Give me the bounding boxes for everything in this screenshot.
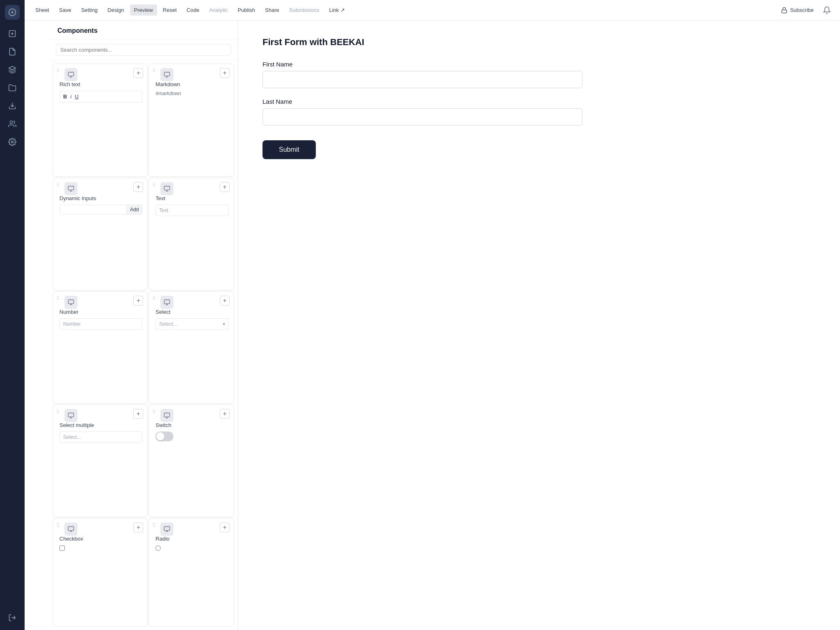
search-input[interactable] (56, 44, 231, 56)
sidebar-item-download[interactable] (5, 98, 20, 113)
component-card-radio[interactable]: ⠿ + Radio (148, 518, 234, 627)
top-nav: Sheet Save Setting Design Preview Reset … (25, 0, 840, 21)
checkbox-preview (59, 545, 142, 552)
switch-preview (155, 431, 229, 441)
radio-input[interactable] (155, 546, 161, 551)
main-layout: Components ⠿ + Rich text B i U ⠿ (49, 21, 840, 630)
add-radio-button[interactable]: + (220, 523, 230, 532)
add-dynamic-button[interactable]: + (133, 182, 143, 192)
last-name-input[interactable] (262, 108, 582, 126)
sidebar-item-logout[interactable] (5, 610, 20, 625)
add-select-button[interactable]: + (220, 296, 230, 306)
chevron-down-icon: ▾ (223, 321, 225, 327)
dynamic-preview-input (60, 205, 126, 214)
svg-rect-13 (164, 72, 170, 76)
nav-publish[interactable]: Publish (233, 5, 259, 16)
radio-preview (155, 545, 229, 552)
icon-bar (0, 0, 25, 630)
sidebar-item-folder[interactable] (5, 80, 20, 95)
components-grid: ⠿ + Rich text B i U ⠿ + Markdown (49, 60, 237, 630)
component-card-dynamic-inputs[interactable]: ⠿ + Dynamic Inputs Add (52, 178, 148, 290)
dynamic-inputs-label: Dynamic Inputs (59, 195, 142, 201)
checkbox-label: Checkbox (59, 536, 142, 542)
sidebar-item-file[interactable] (5, 44, 20, 59)
add-number-button[interactable]: + (133, 296, 143, 306)
add-rich-text-button[interactable]: + (133, 68, 143, 78)
submit-button[interactable]: Submit (262, 140, 316, 159)
rich-text-preview: B i U (59, 91, 142, 103)
radio-label: Radio (155, 536, 229, 542)
add-text-button[interactable]: + (220, 182, 230, 192)
nav-reset[interactable]: Reset (159, 5, 181, 16)
add-select-multiple-button[interactable]: + (133, 409, 143, 419)
add-checkbox-button[interactable]: + (133, 523, 143, 532)
subscribe-button[interactable]: Subscribe (776, 5, 819, 16)
drag-handle: ⠿ (152, 409, 156, 415)
switch-toggle[interactable] (155, 431, 173, 441)
drag-handle: ⠿ (56, 523, 60, 528)
component-card-switch[interactable]: ⠿ + Switch (148, 404, 234, 517)
sidebar-item-users[interactable] (5, 116, 20, 131)
nav-setting[interactable]: Setting (77, 5, 102, 16)
nav-link[interactable]: Link ↗ (325, 5, 349, 16)
svg-rect-34 (68, 527, 73, 530)
nav-analytic[interactable]: Analytic (205, 5, 232, 16)
nav-share[interactable]: Share (261, 5, 283, 16)
drag-handle: ⠿ (152, 182, 156, 188)
svg-point-6 (10, 121, 13, 124)
bold-btn[interactable]: B (63, 94, 67, 100)
checkbox-input[interactable] (59, 546, 65, 551)
form-preview-area: First Form with BEEKAI First Name Last N… (238, 21, 840, 630)
svg-rect-16 (68, 186, 73, 190)
nav-submissions[interactable]: Submissions (285, 5, 324, 16)
select-multiple-preview: Select... (59, 431, 142, 443)
first-name-input[interactable] (262, 71, 582, 88)
select-label: Select (155, 309, 229, 315)
checkbox-icon (64, 523, 78, 536)
svg-rect-25 (164, 300, 170, 304)
sidebar-item-add[interactable] (5, 26, 20, 41)
drag-handle: ⠿ (152, 68, 156, 74)
first-name-label: First Name (262, 61, 815, 68)
component-card-number[interactable]: ⠿ + Number Number (52, 291, 148, 404)
select-placeholder: Select... (159, 321, 177, 327)
app-logo[interactable] (5, 5, 20, 20)
sidebar-item-settings[interactable] (5, 135, 20, 149)
rich-text-label: Rich text (59, 81, 142, 87)
drag-handle: ⠿ (56, 296, 60, 301)
dynamic-inputs-icon (64, 182, 78, 195)
underline-btn[interactable]: U (75, 94, 78, 100)
nav-preview[interactable]: Preview (130, 5, 157, 16)
markdown-label: Markdown (155, 81, 229, 87)
markdown-preview: #markdown (155, 91, 229, 96)
drag-handle: ⠿ (56, 409, 60, 415)
component-card-text[interactable]: ⠿ + Text Text (148, 178, 234, 290)
dynamic-add-btn[interactable]: Add (126, 205, 142, 214)
component-card-markdown[interactable]: ⠿ + Markdown #markdown (148, 64, 234, 177)
component-card-checkbox[interactable]: ⠿ + Checkbox (52, 518, 148, 627)
notification-bell[interactable] (820, 4, 833, 17)
text-label: Text (155, 195, 229, 201)
svg-rect-37 (164, 527, 170, 530)
svg-rect-22 (68, 300, 73, 304)
select-preview: Select... ▾ (155, 318, 229, 330)
nav-save[interactable]: Save (55, 5, 75, 16)
svg-point-7 (11, 141, 14, 143)
nav-code[interactable]: Code (183, 5, 203, 16)
drag-handle: ⠿ (56, 68, 60, 74)
add-switch-button[interactable]: + (220, 409, 230, 419)
nav-sheet[interactable]: Sheet (31, 5, 53, 16)
svg-rect-9 (782, 10, 787, 13)
svg-rect-31 (164, 413, 170, 417)
number-preview: Number (59, 318, 142, 330)
component-card-rich-text[interactable]: ⠿ + Rich text B i U (52, 64, 148, 177)
components-panel: Components ⠿ + Rich text B i U ⠿ (49, 21, 238, 630)
component-card-select[interactable]: ⠿ + Select Select... ▾ (148, 291, 234, 404)
number-icon (64, 296, 78, 309)
component-card-select-multiple[interactable]: ⠿ + Select multiple Select... (52, 404, 148, 517)
components-title: Components (49, 21, 237, 40)
sidebar-item-layers[interactable] (5, 62, 20, 77)
add-markdown-button[interactable]: + (220, 68, 230, 78)
nav-design[interactable]: Design (103, 5, 128, 16)
italic-btn[interactable]: i (70, 94, 71, 100)
